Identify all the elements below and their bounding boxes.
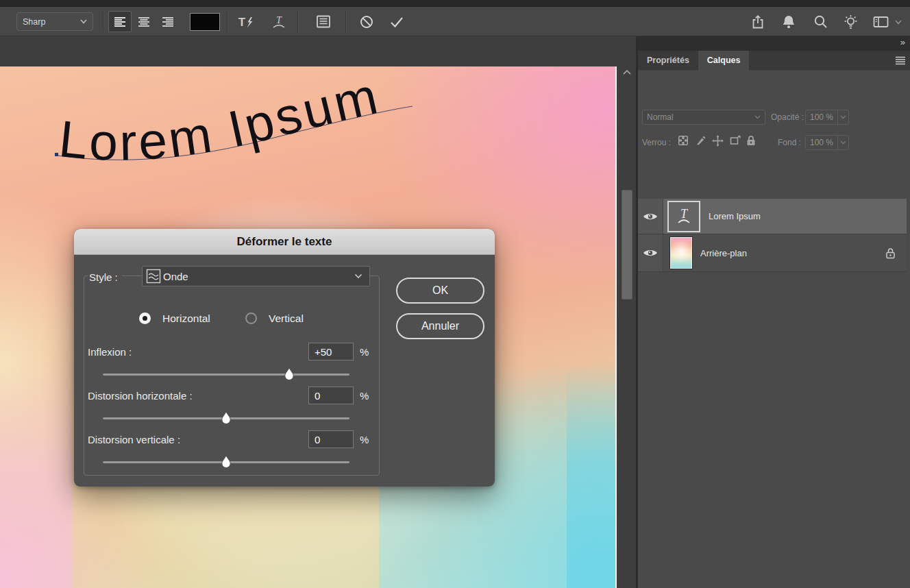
scrollbar-thumb[interactable]: [622, 190, 632, 299]
expand-panels-icon[interactable]: »: [900, 37, 905, 47]
lightbulb-icon: [842, 14, 859, 30]
style-label: Style :: [88, 271, 122, 283]
warp-text-icon: T: [271, 14, 287, 29]
lock-transparency-icon[interactable]: [678, 135, 689, 146]
chevron-down-icon[interactable]: [895, 20, 902, 25]
cancel-edits-button[interactable]: [355, 11, 378, 32]
wave-style-icon: [146, 269, 161, 284]
warp-style-select[interactable]: Onde: [142, 266, 370, 286]
workspace-button[interactable]: [868, 11, 894, 32]
radio-vertical-label[interactable]: Vertical: [269, 313, 304, 325]
text-layer-thumbnail[interactable]: T: [667, 201, 700, 232]
style-value: Onde: [163, 271, 188, 282]
search-icon: [813, 14, 828, 29]
share-icon: [750, 14, 766, 30]
h-distortion-value-input[interactable]: 0: [308, 387, 354, 404]
window-titlebar-strip: [0, 0, 910, 7]
opacity-control[interactable]: 100 %: [805, 110, 849, 125]
panel-collapse-strip: »: [638, 36, 910, 51]
fill-label: Fond :: [778, 138, 801, 147]
radio-horizontal[interactable]: [139, 313, 151, 324]
toggle-panels-button[interactable]: [310, 11, 337, 32]
chevron-down-icon: [840, 140, 846, 145]
bend-value: +50: [315, 346, 332, 358]
v-distortion-value: 0: [315, 434, 320, 445]
bend-slider[interactable]: [103, 373, 349, 376]
lock-artboard-icon[interactable]: [729, 135, 741, 146]
photoshop-window: Sharp T T: [0, 0, 910, 588]
cancel-button[interactable]: Annuler: [396, 313, 484, 339]
fill-value: 100 %: [806, 138, 837, 147]
eye-icon: [643, 248, 658, 258]
eye-icon: [643, 212, 658, 221]
opacity-dropdown[interactable]: [837, 110, 848, 124]
layer-name[interactable]: Lorem Ipsum: [709, 211, 761, 221]
layer-visibility-cell[interactable]: [638, 234, 663, 271]
lock-position-icon[interactable]: [712, 135, 724, 147]
canvas-warped-text: Lorem Ipsum: [49, 86, 423, 178]
align-right-button[interactable]: [156, 11, 180, 32]
toolbar-divider: [103, 11, 103, 32]
text-color-swatch[interactable]: [190, 13, 220, 31]
tab-proprietes[interactable]: Propriétés: [638, 51, 698, 71]
tab-calques[interactable]: Calques: [698, 51, 750, 71]
commit-edits-button[interactable]: [385, 11, 408, 32]
align-left-button[interactable]: [108, 11, 132, 32]
v-distortion-slider[interactable]: [103, 461, 349, 463]
h-distortion-slider-thumb[interactable]: [221, 411, 232, 424]
blend-mode-select[interactable]: Normal: [642, 110, 765, 125]
lock-all-icon[interactable]: [746, 135, 756, 146]
right-panel: » Propriétés Calques Normal Opacité : 10…: [636, 36, 910, 588]
svg-text:T: T: [276, 15, 282, 25]
text-bolt-button[interactable]: T: [233, 11, 259, 32]
dialog-body: Style : Onde Horizontal Vertical Inflexi…: [74, 255, 495, 487]
panel-menu-icon[interactable]: [895, 56, 906, 65]
ok-button[interactable]: OK: [396, 278, 484, 304]
background-layer-thumbnail[interactable]: [670, 237, 692, 269]
v-distortion-label: Distorsion verticale :: [88, 434, 180, 445]
search-button[interactable]: [809, 11, 832, 32]
notifications-button[interactable]: [777, 11, 800, 32]
cancel-icon: [359, 14, 374, 29]
discover-button[interactable]: [839, 11, 862, 32]
lock-label: Verrou :: [642, 138, 671, 147]
slider-thumb-icon: [284, 367, 295, 380]
h-distortion-slider[interactable]: [103, 417, 349, 419]
layer-row-lorem-ipsum[interactable]: T Lorem Ipsum: [638, 199, 907, 234]
opacity-value: 100 %: [806, 112, 837, 122]
vertical-scrollbar[interactable]: [618, 66, 636, 588]
chevron-down-icon: [840, 115, 846, 119]
bend-slider-thumb[interactable]: [284, 367, 295, 380]
toolbar-divider: [227, 11, 228, 32]
warped-text-layer-icon: T: [673, 206, 695, 228]
warp-text-button[interactable]: T: [266, 11, 292, 32]
lock-pixels-icon[interactable]: [696, 135, 706, 146]
align-center-icon: [138, 16, 150, 27]
antialias-select[interactable]: Sharp: [16, 12, 93, 31]
share-button[interactable]: [744, 11, 772, 32]
bend-value-input[interactable]: +50: [308, 343, 354, 360]
align-right-icon: [162, 16, 174, 27]
radio-horizontal-label[interactable]: Horizontal: [162, 313, 210, 325]
warp-text-dialog: Déformer le texte Style : Onde Horizonta…: [74, 229, 495, 487]
v-distortion-slider-thumb[interactable]: [221, 455, 232, 468]
fill-control[interactable]: 100 %: [805, 135, 849, 150]
v-distortion-value-input[interactable]: 0: [308, 430, 354, 448]
opacity-label: Opacité :: [771, 112, 804, 122]
h-distortion-label: Distorsion horizontale :: [88, 390, 193, 402]
scroll-up-icon[interactable]: [622, 69, 632, 75]
fill-dropdown[interactable]: [837, 136, 848, 149]
svg-text:Lorem Ipsum: Lorem Ipsum: [56, 86, 385, 171]
antialias-value: Sharp: [23, 17, 45, 27]
layer-name[interactable]: Arrière-plan: [700, 248, 747, 258]
align-left-icon: [114, 16, 126, 27]
svg-text:T: T: [680, 207, 689, 221]
svg-text:T: T: [238, 16, 246, 29]
chevron-down-icon: [354, 273, 362, 279]
radio-vertical[interactable]: [245, 313, 257, 324]
align-center-button[interactable]: [132, 11, 156, 32]
layer-visibility-cell[interactable]: [638, 199, 663, 234]
slider-thumb-icon: [221, 411, 232, 424]
layers-panel: Normal Opacité : 100 % Verrou : Fond : 1…: [638, 71, 910, 588]
layer-row-arriere-plan[interactable]: Arrière-plan: [638, 234, 907, 272]
